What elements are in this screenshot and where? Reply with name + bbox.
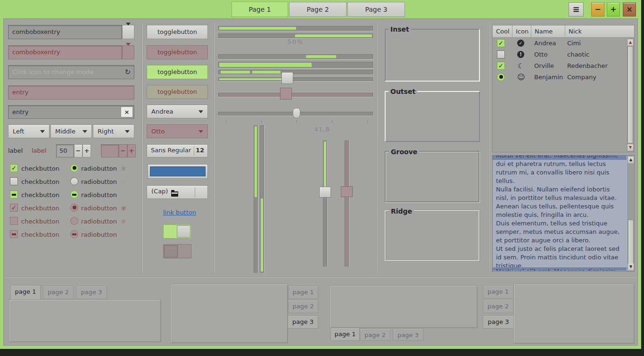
table-row[interactable]: ☺ Benjamin Company bbox=[493, 72, 634, 83]
link-button[interactable]: link button bbox=[163, 209, 196, 216]
file-chooser-button[interactable]: (Cap) bbox=[147, 185, 208, 199]
switch-on[interactable] bbox=[163, 224, 191, 239]
nb3-panel bbox=[330, 285, 478, 328]
scrollbar-thumb[interactable] bbox=[627, 46, 633, 143]
nb2-tab-page2[interactable]: page 2 bbox=[288, 300, 318, 313]
spin-increment-button[interactable]: + bbox=[83, 144, 91, 157]
scrollbar-thumb[interactable] bbox=[628, 220, 634, 267]
separator bbox=[489, 23, 490, 273]
scroll-down-icon[interactable]: ▼ bbox=[627, 144, 633, 151]
hscale-marks-knob[interactable] bbox=[293, 108, 300, 118]
combobox-left[interactable]: Left bbox=[8, 124, 50, 138]
togglebutton-active[interactable]: togglebutton bbox=[147, 65, 208, 79]
scroll-down-icon[interactable]: ▼ bbox=[628, 264, 634, 270]
spinbutton-value[interactable]: 50 bbox=[56, 144, 74, 157]
togglebutton[interactable]: togglebutton bbox=[147, 25, 208, 39]
checkbox-unchecked[interactable] bbox=[10, 177, 18, 185]
spinner-icon: ∗ bbox=[120, 204, 127, 212]
refresh-icon[interactable]: ↻ bbox=[124, 66, 131, 79]
row-checkbox-unchecked[interactable] bbox=[497, 50, 505, 58]
spin-decrement-button[interactable]: − bbox=[74, 144, 83, 157]
nb4-tab-page1[interactable]: page 1 bbox=[483, 285, 513, 298]
nb3-tab-page3[interactable]: page 3 bbox=[393, 329, 423, 340]
scale-mark bbox=[261, 120, 262, 123]
chevron-down-icon bbox=[126, 23, 131, 33]
tab-page-3[interactable]: Page 3 bbox=[347, 2, 405, 17]
comboboxentry-dropdown-button[interactable] bbox=[122, 25, 134, 39]
textview-scrollbar[interactable]: ▲ ▼ bbox=[627, 156, 634, 271]
cell-name: Orville bbox=[534, 60, 554, 72]
row-radiobutton-checked[interactable] bbox=[497, 73, 505, 81]
scroll-up-icon[interactable]: ▲ bbox=[628, 157, 634, 163]
nb1-tab-page1-active[interactable]: page 1 bbox=[10, 285, 41, 300]
checkbox-checked[interactable]: ✓ bbox=[10, 164, 18, 172]
spinner-icon: ∗ bbox=[120, 178, 127, 185]
togglebutton-label: togglebutton bbox=[147, 25, 207, 39]
progress-fill bbox=[219, 63, 312, 67]
chevron-down-icon bbox=[40, 130, 45, 133]
nb1-tab-page3[interactable]: page 3 bbox=[76, 286, 107, 299]
divider bbox=[194, 146, 194, 156]
togglebutton-disabled: togglebutton bbox=[147, 45, 208, 59]
scale-mark bbox=[332, 120, 332, 123]
table-row[interactable]: ! Otto chaotic bbox=[493, 49, 634, 60]
nb4-tab-page3-active[interactable]: page 3 bbox=[483, 315, 514, 329]
row-checkbox-checked[interactable]: ✓ bbox=[497, 39, 505, 47]
column-header-cool[interactable]: Cool bbox=[493, 25, 512, 37]
cell-name: Benjamin bbox=[534, 72, 563, 83]
hscale-trough[interactable] bbox=[218, 77, 373, 81]
progressbar-segments bbox=[218, 70, 373, 75]
nb1-tab-page2[interactable]: page 2 bbox=[43, 286, 74, 299]
clear-entry-button[interactable]: × bbox=[121, 107, 133, 117]
checkbox-indeterminate[interactable] bbox=[10, 190, 18, 199]
nb3-tab-page1-active[interactable]: page 1 bbox=[330, 328, 360, 341]
hscale-knob[interactable] bbox=[281, 72, 293, 84]
column-header-icon[interactable]: Icon bbox=[512, 25, 531, 37]
minimize-button[interactable]: − bbox=[591, 2, 604, 17]
radiobutton-unchecked[interactable] bbox=[70, 177, 78, 185]
nb2-tab-page1[interactable]: page 1 bbox=[288, 286, 318, 299]
combobox-andrea[interactable]: Andrea bbox=[147, 105, 208, 118]
tab-label: Page 1 bbox=[248, 6, 271, 13]
progress-fill bbox=[219, 27, 296, 30]
clearable-entry[interactable]: entry × bbox=[8, 105, 134, 119]
treeview-scrollbar[interactable]: ▲ ▼ bbox=[627, 39, 634, 151]
table-row[interactable]: ✓ ☾ Orville Redenbacher bbox=[493, 60, 634, 72]
nb3-tab-page2[interactable]: page 2 bbox=[360, 329, 390, 340]
radiobutton-indeterminate[interactable] bbox=[70, 190, 78, 199]
combobox-value: Right bbox=[98, 128, 114, 135]
textview[interactable]: Morbi vel elit erat. Maecenas dignissim,… bbox=[492, 155, 635, 272]
radiobutton-label: radiobutton bbox=[81, 217, 117, 226]
tab-page-2[interactable]: Page 2 bbox=[289, 2, 347, 17]
nb4-panel bbox=[513, 284, 635, 344]
comboboxentry-input[interactable]: comboboxentry bbox=[8, 25, 122, 39]
nb2-tab-page3-active[interactable]: page 3 bbox=[288, 315, 318, 329]
row-checkbox-checked[interactable]: ✓ bbox=[497, 62, 505, 70]
column-header-name[interactable]: Name bbox=[531, 25, 565, 37]
togglebutton-label: togglebutton bbox=[147, 66, 207, 79]
font-button[interactable]: Sans Regular 12 bbox=[147, 144, 208, 157]
tab-page-1[interactable]: Page 1 bbox=[231, 2, 288, 17]
radio-dot bbox=[73, 206, 76, 209]
indeterminate-mark bbox=[72, 233, 76, 235]
vscale-trough[interactable] bbox=[323, 141, 327, 266]
comboboxentry-dropdown-button-disabled bbox=[122, 45, 134, 59]
tab-label: page 3 bbox=[81, 289, 102, 296]
treeview-header: Cool Icon Name Nick bbox=[493, 25, 634, 38]
combobox-right[interactable]: Right bbox=[93, 124, 134, 138]
column-header-nick[interactable]: Nick bbox=[565, 25, 634, 37]
combobox-middle[interactable]: Middle bbox=[50, 124, 92, 138]
checkbox-checked-disabled: ✓ bbox=[10, 204, 18, 212]
maximize-button[interactable]: + bbox=[607, 2, 620, 17]
icon-entry[interactable]: Click icon to change mode ↻ bbox=[8, 65, 134, 79]
tab-label: page 3 bbox=[488, 318, 509, 325]
scroll-up-icon[interactable]: ▲ bbox=[627, 39, 633, 46]
spinbutton-disabled: − + bbox=[101, 144, 136, 157]
table-row[interactable]: ✓ ✓ Andrea Cimi bbox=[493, 38, 634, 49]
radiobutton-checked[interactable] bbox=[70, 164, 78, 172]
menu-button[interactable]: ≡ bbox=[569, 2, 584, 17]
close-button[interactable]: × bbox=[623, 2, 636, 17]
color-button[interactable] bbox=[148, 164, 208, 179]
nb4-tab-page2[interactable]: page 2 bbox=[483, 300, 513, 313]
vscale-knob[interactable] bbox=[319, 187, 331, 198]
